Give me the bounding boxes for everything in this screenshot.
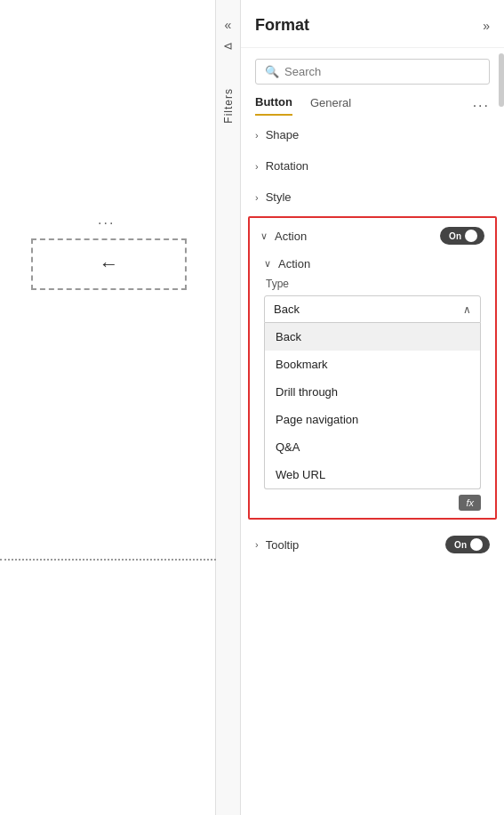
action-header-left: ∨ Action — [260, 230, 307, 243]
tooltip-left: › Tooltip — [255, 538, 299, 552]
fx-button[interactable]: fx — [459, 495, 481, 511]
dropdown-item-web-url[interactable]: Web URL — [265, 461, 480, 488]
canvas-divider — [0, 559, 216, 561]
filter-icon[interactable]: ⊲ — [223, 39, 233, 52]
arrow-icon: ← — [100, 253, 119, 276]
button-element[interactable]: ← — [31, 238, 187, 290]
dropdown-item-drill[interactable]: Drill through — [265, 378, 480, 406]
scrollbar[interactable] — [499, 53, 504, 107]
chevron-right-icon: › — [255, 192, 259, 203]
canvas-area: ··· ← — [0, 0, 216, 815]
tab-general[interactable]: General — [310, 96, 351, 115]
search-icon: 🔍 — [265, 65, 279, 78]
tab-more-icon[interactable]: ··· — [473, 98, 490, 114]
action-header[interactable]: ∨ Action On — [250, 218, 495, 254]
dropdown-item-qa[interactable]: Q&A — [265, 433, 480, 461]
action-toggle[interactable]: On — [440, 227, 484, 245]
rotation-label: Rotation — [266, 159, 308, 173]
type-dropdown[interactable]: Back ∧ Back Bookmark Drill through Page … — [264, 295, 481, 489]
action-section: ∨ Action On ∨ Action Type Back ∧ — [248, 216, 497, 520]
section-style[interactable]: › Style — [241, 182, 504, 213]
action-label: Action — [275, 230, 307, 243]
toggle-circle — [465, 230, 477, 242]
tab-button[interactable]: Button — [255, 95, 292, 116]
filters-sidebar[interactable]: « ⊲ Filters — [216, 0, 241, 815]
chevron-down-icon: ∨ — [260, 230, 268, 242]
panel-title: Format — [255, 16, 309, 35]
dropdown-selected[interactable]: Back ∧ — [264, 295, 481, 323]
action-sub-section: ∨ Action Type Back ∧ Back Bookmark Drill… — [250, 254, 495, 518]
dropdown-list: Back Bookmark Drill through Page navigat… — [264, 323, 481, 489]
tooltip-toggle-circle — [470, 538, 483, 551]
format-panel: Format » 🔍 Button General ··· › Shape › … — [241, 0, 504, 815]
section-rotation[interactable]: › Rotation — [241, 150, 504, 182]
canvas-dots: ··· — [98, 215, 115, 231]
dropdown-item-bookmark[interactable]: Bookmark — [265, 351, 480, 378]
action-sub-header[interactable]: ∨ Action — [264, 257, 481, 270]
type-label: Type — [264, 278, 481, 290]
action-sub-label: Action — [278, 257, 310, 270]
chevron-right-icon: › — [255, 161, 259, 172]
expand-icon[interactable]: » — [483, 19, 490, 33]
fx-area: fx — [264, 495, 481, 511]
filters-label: Filters — [222, 88, 235, 124]
search-bar[interactable]: 🔍 — [255, 59, 490, 85]
dropdown-item-page-nav[interactable]: Page navigation — [265, 406, 480, 433]
toggle-on-label: On — [449, 231, 461, 241]
collapse-icon[interactable]: « — [225, 18, 232, 32]
chevron-right-icon: › — [255, 130, 259, 141]
style-label: Style — [266, 190, 292, 204]
panel-header: Format » — [241, 0, 504, 48]
shape-label: Shape — [266, 128, 300, 141]
tooltip-toggle-label: On — [454, 540, 467, 550]
tooltip-section[interactable]: › Tooltip On — [241, 527, 504, 562]
tabs-bar: Button General ··· — [241, 95, 504, 116]
section-shape[interactable]: › Shape — [241, 119, 504, 150]
chevron-right-tooltip-icon: › — [255, 539, 259, 550]
dropdown-chevron-icon: ∧ — [463, 303, 471, 316]
search-input[interactable] — [284, 65, 480, 78]
tooltip-label: Tooltip — [266, 538, 300, 552]
dropdown-selected-value: Back — [274, 303, 300, 316]
dropdown-item-back[interactable]: Back — [265, 323, 480, 351]
tooltip-toggle[interactable]: On — [445, 536, 490, 553]
chevron-down-sub-icon: ∨ — [264, 258, 271, 270]
